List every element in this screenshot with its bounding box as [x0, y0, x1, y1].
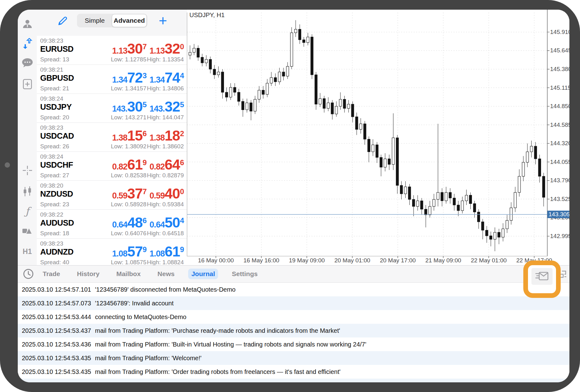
tab-history[interactable]: History — [74, 269, 102, 279]
quote-low: Low: 0.58928 — [111, 201, 146, 208]
timeframe-button[interactable]: H1 — [18, 245, 37, 258]
quote-high: High: 0.82879 — [147, 172, 184, 179]
quote-row-audnzd[interactable]: 09:38:23AUDNZDSpread: 401.085791.08619Lo… — [37, 239, 187, 268]
bottom-tab-bar: TradeHistoryMailboxNewsJournalSettings — [18, 265, 569, 283]
quote-low: Low: 1.38092 — [111, 143, 146, 150]
time-tick-label: 16 May 16:00 — [238, 257, 285, 264]
journal-entry: 2025.03.10 12:54:53.435mail from Trading… — [18, 351, 569, 365]
quotes-panel: SimpleAdvanced + 09:38:23EURUSDSpread: 1… — [37, 10, 187, 265]
quote-symbol: GBPUSD — [40, 73, 74, 83]
quote-high: High: 144.047 — [147, 114, 184, 121]
bid-price: 1.38156 — [112, 127, 146, 144]
time-tick-label: 21 May 09:00 — [420, 257, 467, 264]
quote-row-usdcad[interactable]: 09:38:23USDCADSpread: 261.381561.38182Lo… — [37, 123, 187, 152]
tab-settings[interactable]: Settings — [229, 269, 261, 279]
objects-icon[interactable] — [18, 224, 37, 238]
segment-simple[interactable]: Simple — [78, 14, 112, 27]
quote-symbol: NZDUSD — [40, 189, 73, 199]
sidebar: ƒ H1 — [18, 10, 37, 265]
quote-row-eurusd[interactable]: 09:38:23EURUSDSpread: 131.133071.13320Lo… — [37, 36, 187, 65]
quote-low: Low: 1.12785 — [111, 56, 146, 63]
chat-icon[interactable] — [18, 56, 37, 70]
quote-symbol: USDCHF — [40, 160, 73, 170]
crosshair-icon[interactable] — [18, 164, 37, 177]
quote-row-nzdusd[interactable]: 09:38:20NZDUSDSpread: 230.593770.59400Lo… — [37, 181, 187, 210]
price-tick-label: 145.115 — [550, 84, 569, 91]
quote-high: High: 1.38602 — [147, 143, 184, 150]
price-tick-label: 144.585 — [550, 122, 569, 128]
journal-entry: 2025.03.10 12:54:53.444connecting to Met… — [18, 310, 569, 324]
app-window: ƒ H1 SimpleAdvanced + 09:38:23EURUSDSpre… — [18, 10, 569, 382]
quote-row-usdchf[interactable]: 09:38:24USDCHFSpread: 270.826190.82646Lo… — [37, 152, 187, 181]
tab-list: TradeHistoryMailboxNewsJournalSettings — [40, 269, 261, 279]
quote-low: Low: 0.64076 — [111, 230, 146, 237]
quote-time: 09:38:24 — [40, 95, 63, 102]
new-order-icon[interactable] — [18, 77, 37, 91]
ask-price: 1.34744 — [150, 69, 184, 86]
quote-high: High: 0.59384 — [147, 201, 184, 208]
chart-area[interactable]: USDJPY, H1 145.910145.645145.380145.1151… — [187, 10, 569, 265]
journal-message: '123456789': Invalid account — [95, 300, 569, 307]
clock-icon[interactable] — [22, 268, 35, 280]
quotes-list: 09:38:23EURUSDSpread: 131.133071.13320Lo… — [37, 36, 187, 268]
function-glyph: ƒ — [25, 206, 29, 216]
journal-message: mail from Trading Platform: 'Built-in Vi… — [95, 341, 569, 348]
bid-price: 143.305 — [112, 98, 146, 115]
edit-quotes-button[interactable] — [55, 14, 70, 29]
time-tick-label: 16 May 00:00 — [193, 257, 239, 264]
bid-price: 1.34723 — [112, 69, 146, 86]
journal-message: '123456789' disconnected from MetaQuotes… — [95, 286, 569, 293]
journal-entry: 2025.03.10 12:54:53.435mail from Trading… — [18, 365, 569, 379]
quote-time: 09:38:22 — [40, 211, 63, 218]
view-mode-segmented: SimpleAdvanced — [77, 14, 147, 27]
quotes-updown-icon[interactable] — [18, 37, 37, 50]
quote-spread: Spread: 26 — [40, 143, 69, 150]
quote-high: High: 1.34806 — [147, 85, 184, 92]
ask-price: 1.08619 — [150, 243, 184, 260]
journal-timestamp: 2025.03.10 12:54:53.437 — [18, 327, 95, 334]
add-symbol-button[interactable]: + — [155, 13, 171, 28]
segment-advanced[interactable]: Advanced — [112, 14, 147, 27]
quote-row-gbpusd[interactable]: 09:38:21GBPUSDSpread: 211.347231.34744Lo… — [37, 65, 187, 94]
quote-time: 09:38:23 — [40, 124, 63, 131]
price-tick-label: 145.380 — [550, 66, 569, 73]
quote-row-usdjpy[interactable]: 09:38:24USDJPYSpread: 20143.305143.325Lo… — [37, 94, 187, 123]
quote-low: Low: 0.82538 — [111, 172, 146, 179]
journal-entry: 2025.03.10 12:54:57.101'123456789' disco… — [18, 283, 569, 296]
time-tick-label: 19 May 09:00 — [283, 257, 330, 264]
quote-low: Low: 1.34157 — [111, 85, 146, 92]
candlestick-chart[interactable] — [187, 10, 569, 265]
quote-high: High: 0.64518 — [147, 230, 184, 237]
bid-price: 0.82619 — [112, 156, 146, 173]
journal-timestamp: 2025.03.10 12:54:53.435 — [18, 355, 95, 362]
journal-timestamp: 2025.03.10 12:54:53.436 — [18, 341, 95, 348]
send-mail-button[interactable] — [531, 268, 553, 285]
tab-journal[interactable]: Journal — [188, 269, 218, 279]
tab-mailbox[interactable]: Mailbox — [113, 269, 144, 279]
quote-time: 09:38:23 — [40, 37, 63, 44]
indicator-function-icon[interactable]: ƒ — [18, 204, 37, 218]
quote-spread: Spread: 40 — [40, 259, 69, 266]
trader-icon[interactable] — [18, 17, 37, 31]
quote-row-audusd[interactable]: 09:38:22AUDUSDSpread: 180.644860.64504Lo… — [37, 210, 187, 239]
tab-news[interactable]: News — [155, 269, 178, 279]
quote-low: Low: 1.08575 — [111, 259, 146, 266]
candlestick-icon[interactable] — [18, 185, 37, 198]
journal-timestamp: 2025.03.10 12:54:53.444 — [18, 313, 95, 321]
price-tick-label: 143.790 — [550, 177, 569, 184]
quote-spread: Spread: 23 — [40, 201, 69, 208]
quote-time: 09:38:20 — [40, 182, 63, 189]
bid-price: 0.59377 — [112, 185, 146, 202]
send-mail-icon — [535, 271, 549, 281]
journal-timestamp: 2025.03.10 12:54:57.101 — [18, 286, 95, 293]
ask-price: 1.13320 — [150, 40, 184, 57]
ask-price: 0.59400 — [150, 185, 184, 202]
ask-price: 1.38182 — [150, 127, 184, 144]
tab-trade[interactable]: Trade — [40, 269, 63, 279]
quote-time: 09:38:24 — [40, 153, 63, 160]
ask-price: 0.64504 — [150, 214, 184, 231]
price-tick-label: 145.910 — [550, 29, 569, 36]
price-tick-label: 143.525 — [550, 196, 569, 203]
highlight-box — [523, 261, 561, 298]
quote-symbol: AUDUSD — [40, 218, 74, 228]
